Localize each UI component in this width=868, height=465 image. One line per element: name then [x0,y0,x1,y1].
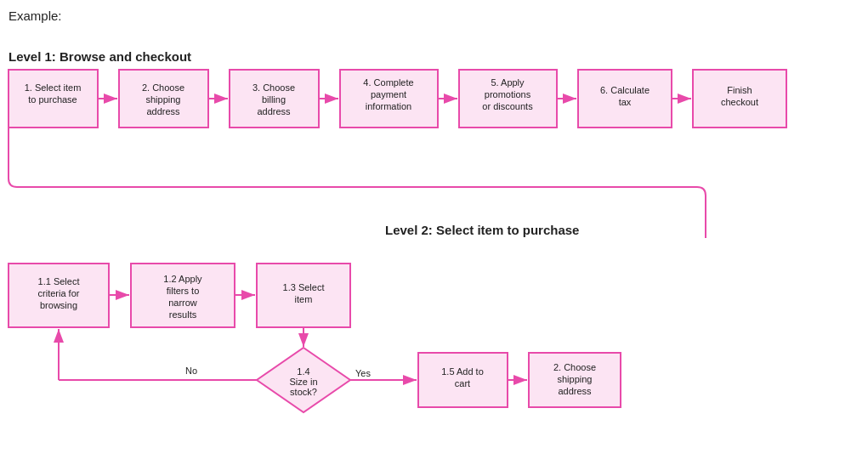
svg-text:4. Complete: 4. Complete [363,77,413,88]
level1-box-5 [459,70,557,128]
svg-text:payment: payment [371,89,406,99]
level1-box-6 [578,70,672,128]
svg-text:1.5 Add to: 1.5 Add to [441,366,484,377]
svg-text:5. Apply: 5. Apply [491,77,525,88]
svg-text:address: address [558,386,592,396]
level1-box-1 [9,70,98,128]
svg-text:or discounts: or discounts [482,101,533,111]
svg-text:1.4: 1.4 [297,366,309,377]
svg-text:No: No [185,366,197,376]
svg-text:criteria for: criteria for [38,288,80,298]
page-title: Example: [9,9,62,23]
level1-box-4 [340,70,438,128]
svg-text:shipping: shipping [146,94,181,105]
level2-box-1 [9,264,109,327]
svg-text:cart: cart [455,378,470,388]
svg-text:1.1 Select: 1.1 Select [38,276,80,286]
svg-text:2. Choose: 2. Choose [553,362,596,372]
level2-diamond-4 [257,348,350,412]
svg-text:address: address [257,106,291,116]
level1-box-7 [693,70,786,128]
level2-box-3 [257,264,350,327]
level2-box-5 [418,353,508,407]
svg-text:to purchase: to purchase [28,94,77,105]
svg-text:Finish: Finish [727,85,752,95]
level1-title: Level 1: Browse and checkout [9,49,191,64]
svg-text:address: address [146,106,180,116]
level2-box-6 [529,353,621,407]
level2-title: Level 2: Select item to purchase [385,223,579,237]
svg-text:information: information [366,101,411,111]
level2-box-2 [131,264,235,327]
svg-text:3. Choose: 3. Choose [252,82,295,93]
svg-text:billing: billing [262,94,286,105]
level1-box-2 [119,70,208,128]
svg-text:narrow: narrow [168,298,197,308]
svg-text:results: results [169,309,197,320]
svg-text:Yes: Yes [355,368,371,378]
svg-text:2. Choose: 2. Choose [142,82,184,93]
svg-text:Size in: Size in [289,377,317,387]
svg-text:tax: tax [619,97,632,107]
svg-text:1.3 Select: 1.3 Select [283,282,325,292]
level1-box-3 [230,70,319,128]
svg-text:1.2 Apply: 1.2 Apply [163,274,202,284]
svg-text:stock?: stock? [290,387,317,397]
svg-text:shipping: shipping [558,374,593,384]
svg-text:checkout: checkout [721,97,758,107]
svg-text:6. Calculate: 6. Calculate [600,85,650,95]
svg-text:promotions: promotions [485,89,531,99]
svg-text:item: item [295,294,313,304]
svg-text:1. Select item: 1. Select item [25,82,82,93]
svg-text:filters to: filters to [167,286,200,296]
svg-text:browsing: browsing [40,300,77,310]
